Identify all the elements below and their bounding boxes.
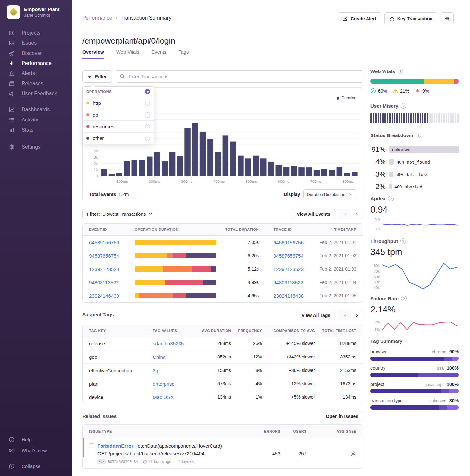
misery-tick	[443, 113, 445, 123]
sidebar-item-user-feedback[interactable]: User Feedback	[0, 88, 72, 99]
operation-radio[interactable]	[145, 112, 150, 118]
tag-summary-value: unknown	[429, 398, 446, 403]
comparison-to-avg: +5% slower	[262, 394, 315, 400]
next-page-button[interactable]	[351, 310, 363, 320]
tag-bar-segment	[447, 405, 459, 410]
svg-text:600ms: 600ms	[278, 180, 290, 183]
events-pagination	[339, 209, 363, 219]
status-row: 91%unknown	[370, 143, 459, 156]
feedback-icon	[9, 91, 15, 97]
tab-web-vitals[interactable]: Web Vitals	[116, 49, 139, 59]
sidebar-item-discover[interactable]: Discover	[0, 48, 72, 58]
event-id-link[interactable]: 64589156756	[89, 240, 135, 245]
tag-value-link[interactable]: enterprise	[153, 381, 198, 387]
operation-radio[interactable]	[145, 124, 150, 129]
tab-events[interactable]: Events	[151, 49, 166, 59]
event-id-link[interactable]: 94587656754	[89, 253, 135, 259]
help-icon[interactable]	[388, 196, 394, 201]
view-all-events-button[interactable]: View All Events	[292, 209, 335, 219]
sidebar-item-what-s-new[interactable]: What’s new	[0, 445, 72, 456]
misery-tick	[441, 113, 442, 123]
tag-value-link[interactable]: 3g	[153, 368, 198, 373]
operation-option-db[interactable]: db	[83, 109, 154, 120]
event-id-link[interactable]: 12392123523	[89, 266, 135, 272]
event-id-link[interactable]: 23024146438	[89, 293, 135, 299]
apdex-section: Apdex 0.94 0.90.8	[370, 196, 459, 230]
trace-id-link[interactable]: 64589156756	[259, 240, 316, 245]
vitals-legend-item: 60%	[370, 88, 387, 94]
column-header-total-time-lost: TOTAL TIME LOST	[315, 329, 356, 333]
help-icon[interactable]	[401, 296, 407, 301]
sidebar-item-stats[interactable]: Stats	[0, 125, 72, 135]
throughput-sparkline: 80k70k60k50k40k	[370, 261, 459, 291]
operation-duration-bar	[135, 253, 217, 258]
breadcrumb-performance[interactable]: Performance	[82, 15, 112, 21]
operation-option-other[interactable]: other	[83, 132, 154, 144]
filter-lines-icon	[87, 74, 92, 79]
tags-pagination	[339, 310, 363, 320]
sidebar-item-alerts[interactable]: Alerts	[0, 68, 72, 78]
display-select[interactable]: Duration Distribution	[303, 189, 356, 199]
frequency: 1%	[231, 394, 262, 400]
web-vitals-section: Web Vitals 60%21%9%	[370, 69, 459, 94]
sidebar-item-performance[interactable]: Performance	[0, 58, 72, 68]
operation-radio[interactable]	[145, 136, 150, 141]
tag-value-link[interactable]: China	[153, 354, 198, 360]
key-transaction-button[interactable]: Key Transaction	[384, 12, 437, 24]
org-switcher[interactable]: Empower Plant Jane Schmidt	[7, 5, 59, 19]
total-time-lost: 1673ms	[315, 381, 356, 386]
view-all-tags-button[interactable]: View All Tags	[297, 310, 335, 320]
op-segment-other	[211, 266, 217, 272]
previous-page-button[interactable]	[339, 209, 351, 219]
op-segment-other	[186, 293, 217, 298]
sidebar-item-settings[interactable]: Settings	[0, 142, 72, 152]
total-time-lost: 2153ms	[315, 368, 356, 373]
issue-type-link[interactable]: ForbiddenError	[97, 443, 133, 449]
operations-all-radio[interactable]	[145, 89, 150, 94]
issue-checkbox[interactable]	[89, 443, 94, 448]
help-icon[interactable]	[400, 238, 406, 244]
tab-tags[interactable]: Tags	[179, 49, 189, 59]
operation-radio[interactable]	[145, 101, 150, 106]
issue-culprit: GET /projects/direct/backend/releases/v7…	[97, 451, 251, 456]
tag-value-link[interactable]: Mac OSX	[153, 394, 198, 400]
sidebar-item-help[interactable]: ?Help	[0, 434, 72, 445]
previous-page-button[interactable]	[339, 310, 351, 320]
settings-button[interactable]	[441, 12, 454, 24]
trace-id-link[interactable]: 94803113522	[259, 280, 316, 285]
trace-id-link[interactable]: 94587656754	[259, 253, 316, 259]
trace-id-link[interactable]: 23024146438	[259, 293, 316, 299]
operation-option-http[interactable]: http	[83, 97, 154, 109]
filter-button[interactable]: Filter	[82, 70, 112, 83]
help-icon[interactable]	[398, 69, 403, 74]
suspect-tags-table: TAG KEYTAG VALUESAVG DURATIONFREQUENCYCO…	[82, 325, 363, 404]
events-filter-dropdown[interactable]: Filter: Slowest Transactions	[82, 209, 158, 219]
tag-value-link[interactable]: sdaufhu35235	[153, 341, 198, 346]
tag-summary-percent: 100%	[447, 365, 459, 371]
search-input[interactable]	[128, 73, 359, 80]
open-in-issues-button[interactable]: Open in Issues	[321, 411, 363, 421]
tab-overview[interactable]: Overview	[82, 49, 104, 59]
operation-color-dot-icon	[86, 102, 89, 104]
help-icon[interactable]	[401, 103, 406, 109]
create-alert-button[interactable]: Create Alert	[338, 12, 381, 24]
sidebar-item-issues[interactable]: Issues	[0, 38, 72, 48]
frequency: 4%	[231, 381, 262, 386]
sidebar-item-dashboards[interactable]: Dashboards	[0, 104, 72, 115]
misery-tick	[431, 113, 433, 123]
sidebar-item-releases[interactable]: Releases	[0, 78, 72, 88]
trace-id-link[interactable]: 12392123523	[259, 266, 316, 272]
event-id-link[interactable]: 94803113522	[89, 280, 135, 285]
column-header-issue-type: ISSUE TYPE	[89, 429, 251, 433]
misery-tick	[399, 113, 400, 123]
help-icon[interactable]	[416, 133, 421, 138]
assignee-button[interactable]	[350, 451, 356, 457]
sidebar-item-projects[interactable]: Projects	[0, 28, 72, 38]
sidebar-item-collapse[interactable]: Collapse	[0, 461, 72, 471]
operation-option-resources[interactable]: resources	[83, 120, 154, 132]
issue-row[interactable]: ForbiddenError fetchData(app/components/…	[83, 438, 363, 468]
sidebar-item-activity[interactable]: Activity	[0, 115, 72, 125]
tag-bar-segment	[439, 405, 447, 410]
next-page-button[interactable]	[351, 209, 363, 219]
misery-tick	[382, 113, 384, 123]
